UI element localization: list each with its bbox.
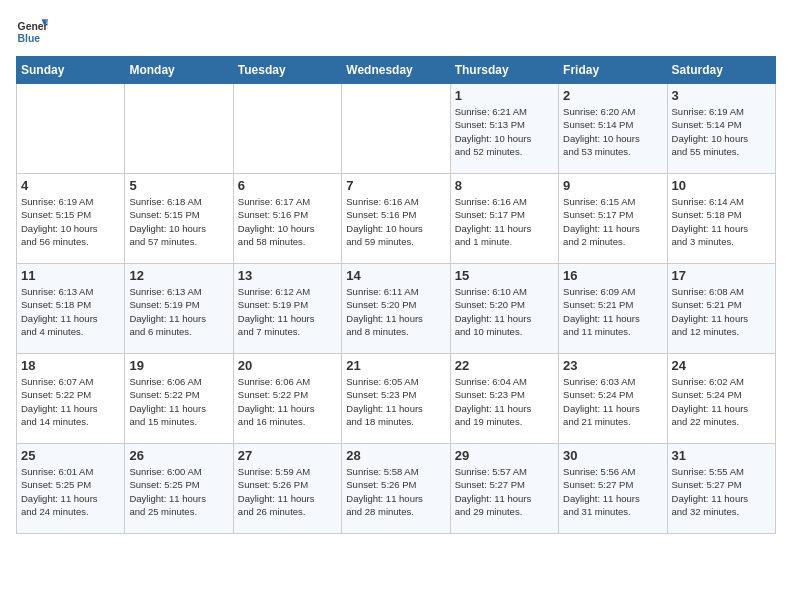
day-number: 18 — [21, 358, 120, 373]
weekday-header-row: SundayMondayTuesdayWednesdayThursdayFrid… — [17, 57, 776, 84]
calendar-body: 1Sunrise: 6:21 AM Sunset: 5:13 PM Daylig… — [17, 84, 776, 534]
calendar-cell: 26Sunrise: 6:00 AM Sunset: 5:25 PM Dayli… — [125, 444, 233, 534]
day-number: 7 — [346, 178, 445, 193]
day-info: Sunrise: 6:12 AM Sunset: 5:19 PM Dayligh… — [238, 285, 337, 338]
day-info: Sunrise: 6:19 AM Sunset: 5:15 PM Dayligh… — [21, 195, 120, 248]
calendar-cell: 20Sunrise: 6:06 AM Sunset: 5:22 PM Dayli… — [233, 354, 341, 444]
weekday-friday: Friday — [559, 57, 667, 84]
day-info: Sunrise: 6:04 AM Sunset: 5:23 PM Dayligh… — [455, 375, 554, 428]
day-number: 8 — [455, 178, 554, 193]
calendar-cell: 17Sunrise: 6:08 AM Sunset: 5:21 PM Dayli… — [667, 264, 775, 354]
calendar-cell: 13Sunrise: 6:12 AM Sunset: 5:19 PM Dayli… — [233, 264, 341, 354]
day-info: Sunrise: 6:07 AM Sunset: 5:22 PM Dayligh… — [21, 375, 120, 428]
calendar-cell: 22Sunrise: 6:04 AM Sunset: 5:23 PM Dayli… — [450, 354, 558, 444]
calendar-cell: 11Sunrise: 6:13 AM Sunset: 5:18 PM Dayli… — [17, 264, 125, 354]
day-info: Sunrise: 6:13 AM Sunset: 5:18 PM Dayligh… — [21, 285, 120, 338]
day-number: 31 — [672, 448, 771, 463]
week-row-3: 11Sunrise: 6:13 AM Sunset: 5:18 PM Dayli… — [17, 264, 776, 354]
weekday-tuesday: Tuesday — [233, 57, 341, 84]
day-number: 23 — [563, 358, 662, 373]
day-number: 6 — [238, 178, 337, 193]
calendar-cell: 4Sunrise: 6:19 AM Sunset: 5:15 PM Daylig… — [17, 174, 125, 264]
calendar-cell: 29Sunrise: 5:57 AM Sunset: 5:27 PM Dayli… — [450, 444, 558, 534]
day-info: Sunrise: 6:08 AM Sunset: 5:21 PM Dayligh… — [672, 285, 771, 338]
calendar-table: SundayMondayTuesdayWednesdayThursdayFrid… — [16, 56, 776, 534]
day-number: 11 — [21, 268, 120, 283]
calendar-cell — [233, 84, 341, 174]
calendar-cell: 5Sunrise: 6:18 AM Sunset: 5:15 PM Daylig… — [125, 174, 233, 264]
day-number: 9 — [563, 178, 662, 193]
calendar-cell — [17, 84, 125, 174]
week-row-2: 4Sunrise: 6:19 AM Sunset: 5:15 PM Daylig… — [17, 174, 776, 264]
calendar-cell: 25Sunrise: 6:01 AM Sunset: 5:25 PM Dayli… — [17, 444, 125, 534]
day-number: 1 — [455, 88, 554, 103]
calendar-cell: 24Sunrise: 6:02 AM Sunset: 5:24 PM Dayli… — [667, 354, 775, 444]
day-number: 22 — [455, 358, 554, 373]
day-info: Sunrise: 6:20 AM Sunset: 5:14 PM Dayligh… — [563, 105, 662, 158]
calendar-cell: 31Sunrise: 5:55 AM Sunset: 5:27 PM Dayli… — [667, 444, 775, 534]
day-info: Sunrise: 6:13 AM Sunset: 5:19 PM Dayligh… — [129, 285, 228, 338]
day-number: 10 — [672, 178, 771, 193]
calendar-cell: 9Sunrise: 6:15 AM Sunset: 5:17 PM Daylig… — [559, 174, 667, 264]
calendar-cell: 30Sunrise: 5:56 AM Sunset: 5:27 PM Dayli… — [559, 444, 667, 534]
day-info: Sunrise: 6:16 AM Sunset: 5:17 PM Dayligh… — [455, 195, 554, 248]
calendar-cell: 8Sunrise: 6:16 AM Sunset: 5:17 PM Daylig… — [450, 174, 558, 264]
weekday-monday: Monday — [125, 57, 233, 84]
weekday-sunday: Sunday — [17, 57, 125, 84]
day-number: 28 — [346, 448, 445, 463]
day-number: 15 — [455, 268, 554, 283]
day-number: 12 — [129, 268, 228, 283]
day-number: 26 — [129, 448, 228, 463]
day-info: Sunrise: 6:02 AM Sunset: 5:24 PM Dayligh… — [672, 375, 771, 428]
calendar-cell: 18Sunrise: 6:07 AM Sunset: 5:22 PM Dayli… — [17, 354, 125, 444]
day-number: 14 — [346, 268, 445, 283]
day-info: Sunrise: 6:11 AM Sunset: 5:20 PM Dayligh… — [346, 285, 445, 338]
calendar-cell: 2Sunrise: 6:20 AM Sunset: 5:14 PM Daylig… — [559, 84, 667, 174]
calendar-cell: 10Sunrise: 6:14 AM Sunset: 5:18 PM Dayli… — [667, 174, 775, 264]
calendar-cell: 6Sunrise: 6:17 AM Sunset: 5:16 PM Daylig… — [233, 174, 341, 264]
day-number: 16 — [563, 268, 662, 283]
day-number: 20 — [238, 358, 337, 373]
calendar-cell: 1Sunrise: 6:21 AM Sunset: 5:13 PM Daylig… — [450, 84, 558, 174]
day-number: 29 — [455, 448, 554, 463]
day-info: Sunrise: 6:17 AM Sunset: 5:16 PM Dayligh… — [238, 195, 337, 248]
week-row-5: 25Sunrise: 6:01 AM Sunset: 5:25 PM Dayli… — [17, 444, 776, 534]
day-info: Sunrise: 6:16 AM Sunset: 5:16 PM Dayligh… — [346, 195, 445, 248]
calendar-cell: 21Sunrise: 6:05 AM Sunset: 5:23 PM Dayli… — [342, 354, 450, 444]
week-row-1: 1Sunrise: 6:21 AM Sunset: 5:13 PM Daylig… — [17, 84, 776, 174]
day-info: Sunrise: 6:15 AM Sunset: 5:17 PM Dayligh… — [563, 195, 662, 248]
day-number: 25 — [21, 448, 120, 463]
day-info: Sunrise: 6:06 AM Sunset: 5:22 PM Dayligh… — [238, 375, 337, 428]
logo-icon: General Blue — [16, 16, 48, 48]
day-info: Sunrise: 5:56 AM Sunset: 5:27 PM Dayligh… — [563, 465, 662, 518]
day-info: Sunrise: 6:01 AM Sunset: 5:25 PM Dayligh… — [21, 465, 120, 518]
day-info: Sunrise: 6:05 AM Sunset: 5:23 PM Dayligh… — [346, 375, 445, 428]
day-info: Sunrise: 5:55 AM Sunset: 5:27 PM Dayligh… — [672, 465, 771, 518]
calendar-cell: 27Sunrise: 5:59 AM Sunset: 5:26 PM Dayli… — [233, 444, 341, 534]
day-info: Sunrise: 6:19 AM Sunset: 5:14 PM Dayligh… — [672, 105, 771, 158]
day-info: Sunrise: 6:09 AM Sunset: 5:21 PM Dayligh… — [563, 285, 662, 338]
day-info: Sunrise: 5:58 AM Sunset: 5:26 PM Dayligh… — [346, 465, 445, 518]
day-info: Sunrise: 6:06 AM Sunset: 5:22 PM Dayligh… — [129, 375, 228, 428]
calendar-cell — [342, 84, 450, 174]
calendar-cell — [125, 84, 233, 174]
calendar-cell: 19Sunrise: 6:06 AM Sunset: 5:22 PM Dayli… — [125, 354, 233, 444]
calendar-cell: 28Sunrise: 5:58 AM Sunset: 5:26 PM Dayli… — [342, 444, 450, 534]
calendar-cell: 15Sunrise: 6:10 AM Sunset: 5:20 PM Dayli… — [450, 264, 558, 354]
day-number: 27 — [238, 448, 337, 463]
calendar-cell: 12Sunrise: 6:13 AM Sunset: 5:19 PM Dayli… — [125, 264, 233, 354]
weekday-wednesday: Wednesday — [342, 57, 450, 84]
calendar-cell: 3Sunrise: 6:19 AM Sunset: 5:14 PM Daylig… — [667, 84, 775, 174]
day-info: Sunrise: 6:18 AM Sunset: 5:15 PM Dayligh… — [129, 195, 228, 248]
day-number: 3 — [672, 88, 771, 103]
calendar-cell: 14Sunrise: 6:11 AM Sunset: 5:20 PM Dayli… — [342, 264, 450, 354]
logo: General Blue — [16, 16, 48, 48]
day-number: 5 — [129, 178, 228, 193]
day-number: 17 — [672, 268, 771, 283]
week-row-4: 18Sunrise: 6:07 AM Sunset: 5:22 PM Dayli… — [17, 354, 776, 444]
day-number: 24 — [672, 358, 771, 373]
day-info: Sunrise: 5:57 AM Sunset: 5:27 PM Dayligh… — [455, 465, 554, 518]
calendar-cell: 7Sunrise: 6:16 AM Sunset: 5:16 PM Daylig… — [342, 174, 450, 264]
day-number: 21 — [346, 358, 445, 373]
weekday-saturday: Saturday — [667, 57, 775, 84]
